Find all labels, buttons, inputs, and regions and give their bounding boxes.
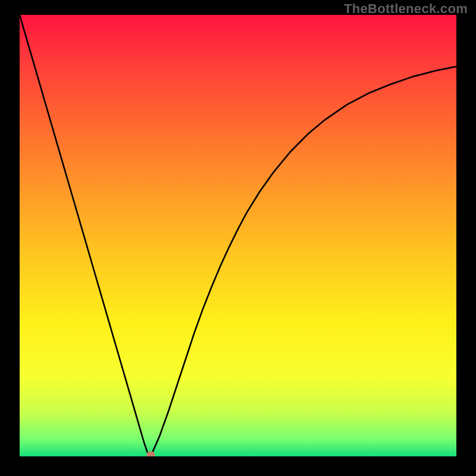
gradient-background [20, 15, 456, 456]
chart-svg [20, 15, 456, 456]
chart-frame: TheBottleneck.com [0, 0, 476, 476]
plot-area [20, 15, 456, 456]
